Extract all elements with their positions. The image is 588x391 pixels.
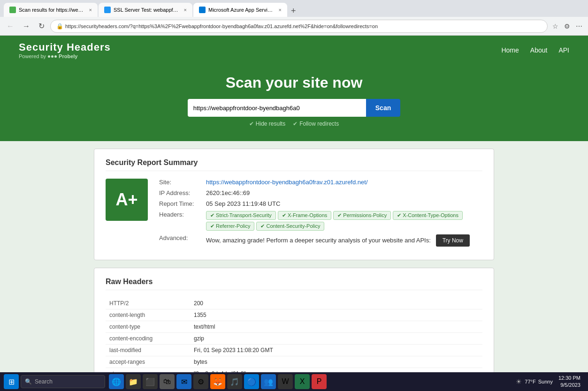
table-row: content-length1355: [106, 309, 482, 321]
search-label: Search: [35, 378, 53, 385]
header-key: content-type: [106, 321, 190, 333]
taskbar-app-store[interactable]: 🛍: [160, 374, 175, 389]
taskbar-clock: 12:30 PM 9/5/2023: [555, 375, 584, 389]
summary-content: A+ Site: https://webappfrontdoor-byendba…: [106, 179, 482, 250]
ip-value: 2620:1ec:46::69: [206, 189, 250, 196]
dot-3: [54, 55, 57, 58]
nav-about[interactable]: About: [530, 46, 548, 54]
taskbar: ⊞ 🔍 Search 🌐 📁 ⬛ 🛍 ✉ ⚙ 🦊 🎵 🔵 👥 W X P ☀ 7…: [0, 372, 588, 391]
tab-label-2: SSL Server Test: webappfrontdo...: [114, 7, 179, 13]
logo-subtitle: Powered by Probely: [19, 53, 77, 59]
hide-results-option[interactable]: ✔ Hide results: [249, 120, 285, 127]
browser-toolbar: ← → ↻ 🔒 https://securityheaders.com/?q=h…: [0, 17, 588, 36]
taskbar-app-teams[interactable]: 👥: [261, 374, 276, 389]
follow-redirects-option[interactable]: ✔ Follow redirects: [293, 120, 339, 127]
scan-button[interactable]: Scan: [366, 99, 400, 117]
weather-temp: 77°F: [525, 379, 535, 384]
browser-actions: ☆ ⚙ ⋯: [550, 21, 584, 32]
ip-label: IP Address:: [159, 189, 206, 196]
forward-button[interactable]: →: [20, 20, 33, 32]
raw-headers-title: Raw Headers: [106, 278, 482, 290]
follow-redirects-label: Follow redirects: [299, 120, 339, 127]
tab-label-1: Scan results for https://webapp...: [19, 7, 84, 13]
summary-title: Security Report Summary: [106, 158, 482, 171]
address-bar[interactable]: 🔒 https://securityheaders.com/?q=https%3…: [50, 20, 548, 33]
tab-1[interactable]: Scan results for https://webapp... ×: [4, 3, 98, 17]
main-content: Security Report Summary A+ Site: https:/…: [0, 141, 588, 391]
taskbar-app-edge[interactable]: 🔵: [244, 374, 259, 389]
back-button[interactable]: ←: [4, 20, 17, 32]
taskbar-tray: ☀ 77°F Sunny: [516, 378, 553, 385]
try-now-button[interactable]: Try Now: [436, 234, 470, 247]
tab-2[interactable]: SSL Server Test: webappfrontdo... ×: [99, 3, 192, 17]
header-key: last-modified: [106, 345, 190, 356]
header-badge: ✔ X-Frame-Options: [278, 211, 331, 220]
taskbar-apps: 🌐 📁 ⬛ 🛍 ✉ ⚙ 🦊 🎵 🔵 👥 W X P: [109, 374, 327, 389]
bookmark-button[interactable]: ☆: [550, 21, 560, 32]
taskbar-app-excel[interactable]: X: [295, 374, 310, 389]
menu-button[interactable]: ⋯: [574, 21, 584, 32]
search-icon: 🔍: [25, 378, 32, 385]
taskbar-app-word[interactable]: W: [278, 374, 293, 389]
nav-api[interactable]: API: [558, 46, 569, 54]
header-key: content-length: [106, 309, 190, 321]
table-row: content-encodinggzip: [106, 333, 482, 345]
page-content: Security Headers Powered by Probely Home…: [0, 36, 588, 391]
tab-favicon-1: [9, 7, 16, 13]
ip-row: IP Address: 2620:1ec:46::69: [159, 189, 482, 196]
refresh-button[interactable]: ↻: [36, 20, 47, 32]
tab-close-1[interactable]: ×: [89, 7, 92, 13]
taskbar-app-terminal[interactable]: ⬛: [143, 374, 158, 389]
brand-name: Probely: [59, 53, 77, 59]
tab-close-2[interactable]: ×: [184, 7, 187, 13]
tab-close-3[interactable]: ×: [279, 7, 282, 13]
grade-box: A+: [106, 179, 148, 221]
scan-options: ✔ Hide results ✔ Follow redirects: [19, 120, 569, 127]
summary-details: Site: https://webappfrontdoor-byendbagh6…: [159, 179, 482, 250]
tab-favicon-2: [104, 7, 111, 13]
header-value: 1355: [190, 309, 482, 321]
extensions-button[interactable]: ⚙: [562, 21, 572, 32]
headers-row: Headers: ✔ Strict-Transport-Security✔ X-…: [159, 211, 482, 231]
header-value: 200: [190, 298, 482, 309]
table-row: accept-rangesbytes: [106, 356, 482, 368]
hide-results-label: Hide results: [256, 120, 285, 127]
tab-label-3: Microsoft Azure App Service -...: [208, 7, 274, 13]
tab-3[interactable]: Microsoft Azure App Service -... ×: [193, 3, 287, 17]
header-key: HTTP/2: [106, 298, 190, 309]
tab-favicon-3: [199, 7, 206, 13]
start-button[interactable]: ⊞: [4, 374, 19, 389]
advanced-row: Advanced: Wow, amazing grade! Perform a …: [159, 234, 482, 247]
taskbar-search[interactable]: 🔍 Search: [21, 375, 105, 388]
table-row: last-modifiedFri, 01 Sep 2023 11:08:20 G…: [106, 345, 482, 356]
summary-card: Security Report Summary A+ Site: https:/…: [94, 149, 494, 260]
table-row: content-typetext/html: [106, 321, 482, 333]
taskbar-app-mail[interactable]: ✉: [176, 374, 191, 389]
site-header: Security Headers Powered by Probely Home…: [0, 36, 588, 65]
header-key: accept-ranges: [106, 356, 190, 368]
header-badge: ✔ Strict-Transport-Security: [206, 211, 276, 220]
taskbar-app-powerpoint[interactable]: P: [312, 374, 327, 389]
logo-area: Security Headers Powered by Probely: [19, 41, 111, 59]
report-time-row: Report Time: 05 Sep 2023 11:19:48 UTC: [159, 200, 482, 207]
scan-form: Scan: [19, 99, 569, 117]
taskbar-app-settings[interactable]: ⚙: [193, 374, 208, 389]
header-badge: ✔ Permissions-Policy: [333, 211, 391, 220]
hero-section: Scan your site now Scan ✔ Hide results ✔…: [0, 65, 588, 141]
header-badge: ✔ X-Content-Type-Options: [393, 211, 463, 220]
taskbar-app-firefox[interactable]: 🦊: [210, 374, 225, 389]
taskbar-app-explorer[interactable]: 📁: [126, 374, 141, 389]
site-link[interactable]: https://webappfrontdoor-byendbagh6a0frav…: [206, 179, 368, 186]
weather-text: 77°F Sunny: [525, 379, 553, 384]
dot-1: [48, 55, 50, 58]
nav-home[interactable]: Home: [501, 46, 519, 54]
clock-time: 12:30 PM: [558, 375, 580, 382]
taskbar-app-ie[interactable]: 🌐: [109, 374, 124, 389]
taskbar-app-music[interactable]: 🎵: [227, 374, 242, 389]
site-value: https://webappfrontdoor-byendbagh6a0frav…: [206, 179, 368, 186]
scan-input[interactable]: [188, 99, 366, 117]
site-title: Security Headers: [19, 41, 111, 53]
new-tab-button[interactable]: +: [288, 6, 299, 16]
header-badge: ✔ Referrer-Policy: [206, 222, 254, 231]
advanced-label: Advanced:: [159, 234, 206, 241]
